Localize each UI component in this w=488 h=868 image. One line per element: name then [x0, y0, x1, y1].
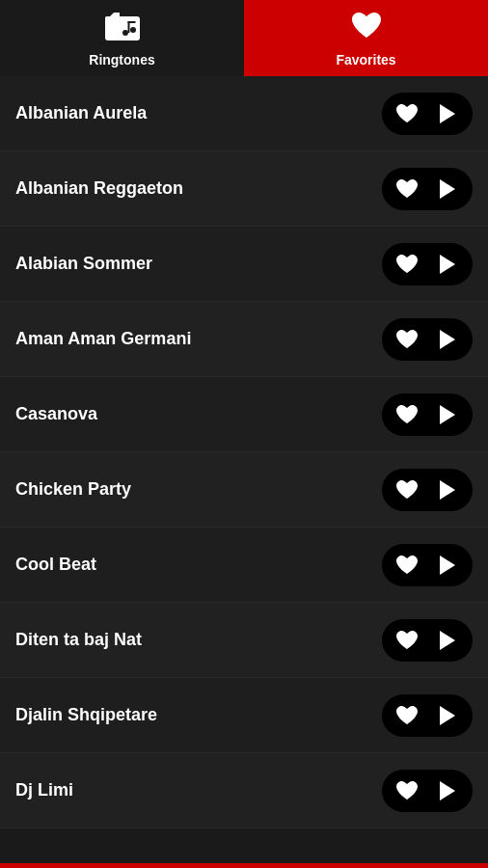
play-button[interactable] [432, 775, 463, 806]
ringtone-title: Aman Aman Germani [15, 329, 191, 349]
svg-marker-9 [440, 330, 455, 349]
action-buttons [382, 93, 473, 135]
svg-marker-11 [440, 480, 455, 500]
ringtone-title: Casanova [15, 404, 97, 424]
play-button[interactable] [432, 98, 463, 129]
action-buttons [382, 243, 473, 285]
action-buttons [382, 168, 473, 210]
favorite-button[interactable] [392, 625, 422, 656]
action-buttons [382, 619, 473, 662]
action-buttons [382, 393, 473, 436]
favorite-button[interactable] [392, 249, 422, 280]
ringtone-title: Diten ta baj Nat [15, 630, 142, 650]
favorite-button[interactable] [392, 700, 422, 731]
tab-ringtones-label: Ringtones [89, 52, 154, 68]
play-button[interactable] [432, 174, 463, 204]
tab-favorites-label: Favorites [336, 52, 395, 68]
svg-marker-12 [440, 556, 455, 575]
favorite-button[interactable] [392, 174, 422, 204]
play-button[interactable] [432, 625, 463, 656]
svg-marker-8 [440, 255, 455, 274]
list-item[interactable]: Casanova [0, 377, 488, 452]
favorite-button[interactable] [392, 399, 422, 430]
action-buttons [382, 694, 473, 737]
list-item[interactable]: Chicken Party [0, 452, 488, 528]
ringtone-list: Albanian Aurela Albanian Reggaeton Alabi… [0, 76, 488, 868]
play-button[interactable] [432, 249, 463, 280]
list-item[interactable]: Djalin Shqipetare [0, 678, 488, 753]
svg-marker-14 [440, 706, 455, 725]
action-buttons [382, 469, 473, 511]
bottom-accent-bar [0, 863, 488, 868]
list-item[interactable]: Alabian Sommer [0, 227, 488, 302]
svg-marker-7 [440, 179, 455, 199]
ringtone-title: Dj Limi [15, 780, 73, 800]
list-item[interactable]: Aman Aman Germani [0, 302, 488, 377]
action-buttons [382, 318, 473, 361]
action-buttons [382, 770, 473, 812]
svg-marker-10 [440, 405, 455, 424]
play-button[interactable] [432, 399, 463, 430]
list-item[interactable]: Cool Beat [0, 528, 488, 603]
svg-marker-6 [440, 104, 455, 123]
folder-music-icon [104, 9, 141, 48]
ringtone-title: Albanian Aurela [15, 103, 147, 123]
play-button[interactable] [432, 700, 463, 731]
tab-ringtones[interactable]: Ringtones [0, 0, 244, 76]
favorite-button[interactable] [392, 550, 422, 581]
favorite-button[interactable] [392, 98, 422, 129]
svg-point-2 [122, 30, 128, 36]
list-item[interactable]: Albanian Reggaeton [0, 151, 488, 227]
ringtone-title: Albanian Reggaeton [15, 178, 183, 199]
svg-marker-15 [440, 781, 455, 800]
list-item[interactable]: Albanian Aurela [0, 76, 488, 151]
ringtone-title: Alabian Sommer [15, 254, 152, 274]
ringtone-title: Cool Beat [15, 555, 96, 575]
play-button[interactable] [432, 550, 463, 581]
tab-bar: Ringtones Favorites [0, 0, 488, 76]
svg-marker-13 [440, 631, 455, 650]
action-buttons [382, 544, 473, 586]
favorite-button[interactable] [392, 324, 422, 355]
ringtone-title: Djalin Shqipetare [15, 705, 157, 725]
heart-tab-icon [349, 9, 384, 48]
list-item[interactable]: Dj Limi [0, 753, 488, 828]
play-button[interactable] [432, 324, 463, 355]
ringtone-title: Chicken Party [15, 479, 131, 500]
svg-point-3 [130, 27, 136, 33]
favorite-button[interactable] [392, 775, 422, 806]
play-button[interactable] [432, 475, 463, 505]
list-item[interactable]: Diten ta baj Nat [0, 603, 488, 678]
tab-favorites[interactable]: Favorites [244, 0, 488, 76]
favorite-button[interactable] [392, 475, 422, 505]
svg-rect-5 [127, 21, 135, 23]
